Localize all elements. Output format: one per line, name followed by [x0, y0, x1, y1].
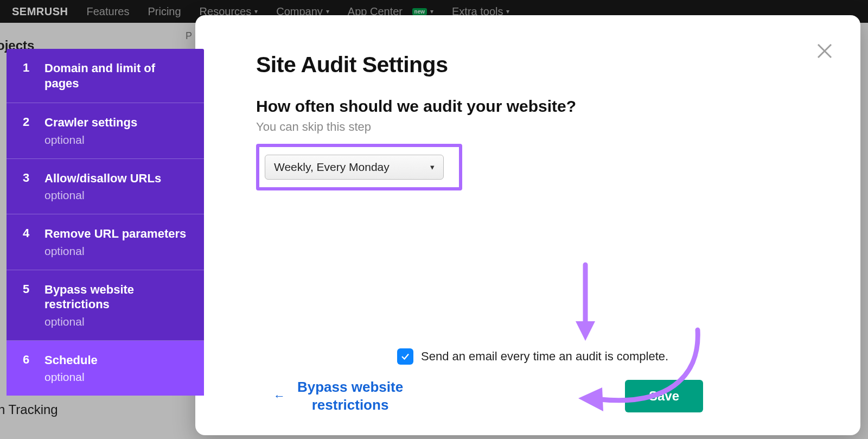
step-title: Allow/disallow URLs	[44, 171, 161, 186]
step-4[interactable]: 4Remove URL parametersoptional	[7, 214, 204, 270]
annotation-arrow-down	[573, 265, 597, 341]
back-link-label: Bypass website restrictions	[297, 378, 403, 413]
annotation-arrow-curve	[578, 330, 703, 417]
step-number: 1	[23, 61, 33, 75]
step-2[interactable]: 2Crawler settingsoptional	[7, 103, 204, 159]
schedule-question: How often should we audit your website?	[256, 97, 839, 116]
step-number: 3	[23, 171, 33, 185]
step-5[interactable]: 5Bypass website restrictionsoptional	[7, 270, 204, 341]
chevron-down-icon: ▾	[430, 162, 435, 172]
step-1[interactable]: 1Domain and limit of pages	[7, 49, 204, 103]
step-number: 6	[23, 353, 33, 367]
step-title: Domain and limit of pages	[44, 61, 190, 91]
schedule-select-value: Weekly, Every Monday	[274, 161, 390, 174]
back-link[interactable]: ← Bypass website restrictions	[273, 378, 403, 413]
step-optional-label: optional	[44, 133, 137, 147]
step-optional-label: optional	[44, 245, 186, 258]
schedule-select[interactable]: Weekly, Every Monday ▾	[265, 155, 444, 180]
step-number: 2	[23, 115, 33, 129]
step-title: Bypass website restrictions	[44, 282, 190, 312]
step-optional-label: optional	[44, 315, 190, 328]
schedule-select-highlight: Weekly, Every Monday ▾	[256, 144, 462, 190]
step-optional-label: optional	[44, 189, 161, 202]
step-3[interactable]: 3Allow/disallow URLsoptional	[7, 159, 204, 215]
check-icon	[400, 352, 410, 361]
step-number: 5	[23, 282, 33, 296]
schedule-hint: You can skip this step	[256, 120, 839, 134]
step-title: Crawler settings	[44, 115, 137, 130]
step-optional-label: optional	[44, 371, 98, 384]
settings-stepper: 1Domain and limit of pages2Crawler setti…	[7, 49, 204, 396]
step-6[interactable]: 6Scheduleoptional	[7, 341, 204, 396]
modal-title: Site Audit Settings	[256, 52, 839, 78]
step-title: Remove URL parameters	[44, 226, 186, 241]
step-title: Schedule	[44, 353, 98, 368]
modal-footer: ← Bypass website restrictions Save	[273, 378, 828, 413]
site-audit-settings-modal: Site Audit Settings How often should we …	[195, 15, 860, 435]
email-notify-checkbox[interactable]	[397, 348, 413, 365]
svg-marker-2	[578, 387, 603, 411]
step-number: 4	[23, 226, 33, 240]
arrow-left-icon: ←	[273, 389, 285, 403]
